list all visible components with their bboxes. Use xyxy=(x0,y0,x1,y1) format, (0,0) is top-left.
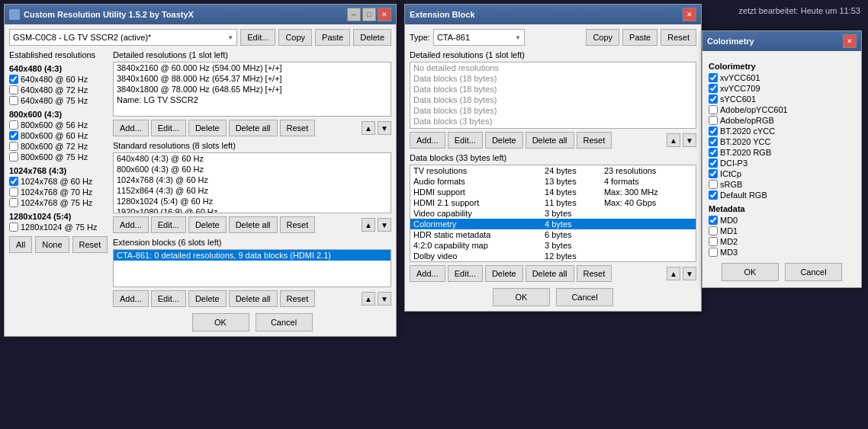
maximize-button[interactable]: □ xyxy=(362,8,376,21)
xvycc601-checkbox[interactable] xyxy=(709,73,718,82)
xvycc709-checkbox[interactable] xyxy=(709,84,718,93)
up-arrow-icon[interactable]: ▲ xyxy=(362,121,375,135)
standard-edit-button[interactable]: Edit... xyxy=(151,216,186,233)
ext-close-button[interactable]: ✕ xyxy=(683,8,696,21)
data-up-icon[interactable]: ▲ xyxy=(667,267,680,280)
res-1280-75-checkbox[interactable] xyxy=(9,223,18,232)
res-640-75-checkbox[interactable] xyxy=(9,96,18,105)
sycc601-checkbox[interactable] xyxy=(709,94,718,104)
data-reset-button[interactable]: Reset xyxy=(577,265,612,282)
main-cancel-button[interactable]: Cancel xyxy=(256,313,313,331)
list-item[interactable]: 800x600 (4:3) @ 60 Hz xyxy=(114,164,391,174)
res-800-75-checkbox[interactable] xyxy=(9,152,18,162)
table-row[interactable]: HDMI 2.1 support 11 bytes Max: 40 Gbps xyxy=(410,197,696,208)
ext-det-add-button[interactable]: Add... xyxy=(410,132,445,149)
table-row[interactable]: Audio formats 13 bytes 4 formats xyxy=(410,176,696,187)
adobe-oprgb-checkbox[interactable] xyxy=(709,116,718,125)
detailed-listbox[interactable]: 3840x2160 @ 60.000 Hz (594.00 MHz) [+/+]… xyxy=(113,62,391,117)
standard-add-button[interactable]: Add... xyxy=(113,216,149,233)
ext-det-edit-button[interactable]: Edit... xyxy=(448,132,483,149)
md1-checkbox[interactable] xyxy=(709,226,718,235)
ext-down-arrow-icon[interactable]: ▼ xyxy=(378,292,391,306)
list-item[interactable]: 3840x1800 @ 78.000 Hz (648.65 MHz) [+/+] xyxy=(114,84,391,94)
detailed-reset-button[interactable]: Reset xyxy=(280,120,316,136)
ictcp-checkbox[interactable] xyxy=(709,169,718,178)
extension-listbox[interactable]: CTA-861: 0 detailed resolutions, 9 data … xyxy=(113,249,391,287)
ext-det-down-icon[interactable]: ▼ xyxy=(683,133,696,147)
ext-ok-button[interactable]: OK xyxy=(493,288,550,306)
md2-checkbox[interactable] xyxy=(709,237,718,246)
list-item[interactable]: 1280x1024 (5:4) @ 60 Hz xyxy=(114,196,391,206)
table-row[interactable]: TV resolutions 24 bytes 23 resolutions xyxy=(410,165,696,177)
standard-listbox[interactable]: 640x480 (4:3) @ 60 Hz 800x600 (4:3) @ 60… xyxy=(113,152,391,213)
paste-button[interactable]: Paste xyxy=(315,29,350,46)
list-item[interactable]: CTA-861: 0 detailed resolutions, 9 data … xyxy=(114,250,391,261)
standard-reset-button[interactable]: Reset xyxy=(280,216,316,233)
table-row[interactable]: 4:2:0 capability map 3 bytes xyxy=(410,240,696,251)
ext-reset-button[interactable]: Reset xyxy=(661,29,696,46)
established-reset-button[interactable]: Reset xyxy=(72,236,108,253)
ext-edit-button[interactable]: Edit... xyxy=(151,290,186,307)
adobe-opycc601-checkbox[interactable] xyxy=(709,105,718,114)
none-button[interactable]: None xyxy=(35,236,69,253)
col-close-button[interactable]: ✕ xyxy=(843,34,857,48)
md3-checkbox[interactable] xyxy=(709,248,718,257)
ext-up-arrow-icon[interactable]: ▲ xyxy=(362,292,375,306)
list-item[interactable]: Data blocks (18 bytes) xyxy=(410,105,696,116)
detailed-edit-button[interactable]: Edit... xyxy=(151,120,186,136)
edit-button[interactable]: Edit... xyxy=(240,29,275,46)
default-rgb-checkbox[interactable] xyxy=(709,190,718,200)
list-item[interactable]: Data blocks (3 bytes) xyxy=(410,116,696,126)
res-1024-70-checkbox[interactable] xyxy=(9,187,18,197)
minimize-button[interactable]: ─ xyxy=(347,8,361,21)
ext-detailed-listbox[interactable]: No detailed resolutions Data blocks (18 … xyxy=(410,62,696,129)
res-640-72-checkbox[interactable] xyxy=(9,85,18,94)
col-cancel-button[interactable]: Cancel xyxy=(785,263,842,281)
res-1024-60-checkbox[interactable] xyxy=(9,177,18,186)
table-row[interactable]: HDMI support 14 bytes Max: 300 MHz xyxy=(410,187,696,197)
ext-det-delete-button[interactable]: Delete xyxy=(485,132,523,149)
standard-down-arrow-icon[interactable]: ▼ xyxy=(378,218,391,232)
list-item[interactable]: 1024x768 (4:3) @ 60 Hz xyxy=(114,174,391,185)
copy-button[interactable]: Copy xyxy=(278,29,312,46)
dci-p3-checkbox[interactable] xyxy=(709,158,718,168)
list-item[interactable]: 1920x1080 (16:9) @ 60 Hz xyxy=(114,206,391,213)
ext-delete-all-button[interactable]: Delete all xyxy=(229,290,278,307)
list-item[interactable]: 1152x864 (4:3) @ 60 Hz xyxy=(114,185,391,196)
ext-det-reset-button[interactable]: Reset xyxy=(577,132,612,149)
table-row[interactable]: Video capability 3 bytes xyxy=(410,208,696,219)
bt2020-rgb-checkbox[interactable] xyxy=(709,148,718,157)
table-row-selected[interactable]: Colorimetry 4 bytes xyxy=(410,219,696,229)
detailed-add-button[interactable]: Add... xyxy=(113,120,149,136)
list-item[interactable]: Data blocks (18 bytes) xyxy=(410,73,696,84)
ext-det-delete-all-button[interactable]: Delete all xyxy=(526,132,574,149)
ext-add-button[interactable]: Add... xyxy=(113,290,149,307)
table-row[interactable]: HDR static metadata 6 bytes xyxy=(410,229,696,240)
res-1024-75-checkbox[interactable] xyxy=(9,198,18,207)
list-item[interactable]: Data blocks (18 bytes) xyxy=(410,94,696,105)
detailed-delete-button[interactable]: Delete xyxy=(188,120,227,136)
type-dropdown[interactable]: CTA-861 ▼ xyxy=(433,29,525,46)
md0-checkbox[interactable] xyxy=(709,216,718,225)
data-edit-button[interactable]: Edit... xyxy=(448,265,483,282)
main-ok-button[interactable]: OK xyxy=(192,313,249,331)
srgb-checkbox[interactable] xyxy=(709,180,718,189)
standard-delete-all-button[interactable]: Delete all xyxy=(229,216,278,233)
res-800-72-checkbox[interactable] xyxy=(9,142,18,151)
data-delete-all-button[interactable]: Delete all xyxy=(526,265,574,282)
table-row[interactable]: Dolby video 12 bytes xyxy=(410,251,696,262)
delete-button[interactable]: Delete xyxy=(353,29,391,46)
ext-delete-button[interactable]: Delete xyxy=(188,290,227,307)
data-add-button[interactable]: Add... xyxy=(410,265,445,282)
display-dropdown[interactable]: GSM-C0C8 - LG TV SSCR2 (active)* ▼ xyxy=(9,29,237,46)
data-delete-button[interactable]: Delete xyxy=(485,265,523,282)
col-ok-button[interactable]: OK xyxy=(722,263,779,281)
ext-reset-button[interactable]: Reset xyxy=(280,290,316,307)
close-button[interactable]: ✕ xyxy=(378,8,391,21)
data-down-icon[interactable]: ▼ xyxy=(683,267,696,280)
standard-delete-button[interactable]: Delete xyxy=(188,216,227,233)
list-item[interactable]: Name: LG TV SSCR2 xyxy=(114,94,391,105)
ext-copy-button[interactable]: Copy xyxy=(586,29,619,46)
ext-det-up-icon[interactable]: ▲ xyxy=(667,133,680,147)
list-item[interactable]: 3840x2160 @ 60.000 Hz (594.00 MHz) [+/+] xyxy=(114,62,391,73)
